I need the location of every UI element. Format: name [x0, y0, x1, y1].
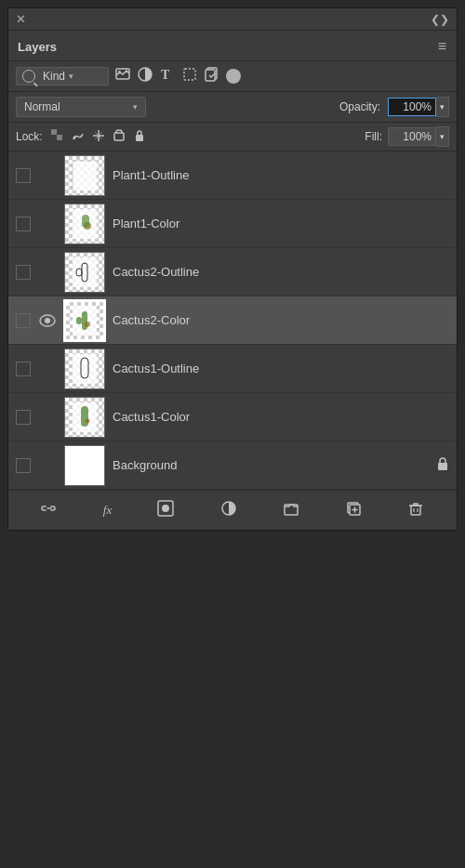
svg-rect-41 — [411, 506, 420, 515]
window-bar: ✕ ❮❯ — [8, 8, 457, 31]
window-close-icon[interactable]: ✕ — [16, 12, 26, 26]
layer-thumbnail — [64, 252, 105, 293]
svg-rect-29 — [73, 354, 97, 384]
kind-toolbar: Kind ▾ T — [8, 61, 457, 92]
lock-row: Lock: — [8, 123, 457, 151]
svg-rect-12 — [114, 133, 124, 140]
new-layer-icon[interactable] — [341, 496, 365, 524]
layer-thumbnail — [64, 155, 105, 196]
panel-title: Layers — [18, 40, 57, 54]
group-layers-icon[interactable] — [279, 496, 303, 524]
bottom-bar: fx — [8, 490, 457, 530]
layer-visibility-toggle[interactable] — [38, 408, 57, 427]
svg-text:T: T — [161, 68, 170, 82]
layer-thumbnail — [64, 397, 105, 438]
svg-rect-32 — [81, 406, 88, 427]
svg-rect-4 — [184, 69, 195, 80]
layer-thumbnail — [64, 204, 105, 244]
layer-name: Background — [113, 458, 177, 472]
layer-item-background[interactable]: Background — [8, 441, 457, 490]
layer-name: Plant1-Outline — [113, 168, 189, 182]
layer-name: Cactus1-Color — [113, 410, 190, 424]
fill-control: ▾ — [388, 126, 449, 147]
layer-checkbox[interactable] — [16, 410, 31, 425]
layer-thumbnail — [64, 300, 105, 341]
lock-position-icon[interactable] — [91, 128, 106, 146]
type-icon[interactable]: T — [159, 66, 176, 86]
delete-layer-icon[interactable] — [404, 496, 428, 524]
layer-item[interactable]: Plant1-Color — [8, 200, 457, 248]
opacity-label: Opacity: — [339, 100, 380, 113]
svg-point-33 — [86, 418, 90, 423]
fx-icon[interactable]: fx — [100, 499, 115, 521]
svg-rect-27 — [76, 317, 82, 324]
layer-name: Plant1-Color — [113, 217, 179, 230]
fill-input[interactable] — [388, 127, 436, 146]
panel-header: Layers ≡ — [8, 31, 457, 61]
lock-transparency-icon[interactable] — [50, 128, 65, 146]
svg-rect-10 — [57, 135, 62, 140]
layer-thumbnail — [64, 349, 105, 389]
svg-rect-34 — [438, 463, 447, 470]
opacity-input[interactable] — [388, 98, 436, 116]
opacity-dropdown-arrow[interactable]: ▾ — [436, 97, 449, 117]
layer-checkbox[interactable] — [16, 313, 31, 328]
lock-image-pixels-icon[interactable] — [71, 128, 86, 146]
layer-checkbox[interactable] — [16, 362, 31, 376]
adjustment-layer-icon[interactable] — [217, 496, 241, 524]
kind-label: Kind — [43, 70, 65, 83]
panel-menu-icon[interactable]: ≡ — [438, 38, 447, 55]
fill-dropdown-arrow[interactable]: ▾ — [436, 126, 449, 147]
layer-visibility-toggle[interactable] — [38, 263, 57, 282]
layer-item-active[interactable]: Cactus2-Color — [8, 296, 457, 345]
kind-dropdown-arrow: ▾ — [69, 72, 73, 81]
blend-mode-dropdown[interactable]: Normal ▾ — [16, 97, 146, 117]
search-icon — [22, 70, 35, 83]
layer-name: Cactus1-Outline — [113, 362, 199, 375]
opacity-control: ▾ — [388, 97, 449, 117]
image-icon[interactable] — [114, 66, 131, 86]
layer-name: Cactus2-Color — [113, 313, 190, 327]
layer-item[interactable]: Plant1-Outline — [8, 151, 457, 200]
svg-rect-8 — [57, 129, 62, 135]
layers-panel: ✕ ❮❯ Layers ≡ Kind ▾ — [7, 7, 458, 531]
layers-list: Plant1-Outline Plant1-Color — [8, 151, 457, 490]
svg-rect-14 — [73, 161, 97, 191]
svg-rect-9 — [51, 135, 57, 140]
window-arrows-icon[interactable]: ❮❯ — [431, 13, 449, 26]
svg-rect-26 — [82, 311, 87, 330]
svg-point-1 — [118, 71, 121, 73]
svg-point-11 — [73, 136, 75, 138]
layer-visibility-toggle[interactable] — [38, 215, 57, 233]
shape-icon[interactable] — [181, 66, 198, 86]
layer-item[interactable]: Cactus1-Outline — [8, 345, 457, 393]
layer-checkbox[interactable] — [16, 265, 31, 280]
svg-point-24 — [45, 318, 50, 323]
fx-label: fx — [103, 503, 112, 517]
lock-all-icon[interactable] — [132, 128, 147, 146]
kind-dropdown[interactable]: Kind ▾ — [16, 67, 109, 85]
layer-checkbox[interactable] — [16, 458, 31, 473]
filter-circle[interactable] — [226, 69, 241, 84]
adjustment-icon[interactable] — [137, 66, 153, 86]
layer-checkbox[interactable] — [16, 168, 31, 183]
layer-visibility-toggle[interactable] — [38, 311, 57, 330]
layer-item[interactable]: Cactus1-Color — [8, 393, 457, 441]
layer-visibility-toggle[interactable] — [38, 166, 57, 185]
lock-label: Lock: — [16, 130, 43, 143]
layer-item[interactable]: Cactus2-Outline — [8, 248, 457, 296]
add-mask-icon[interactable] — [153, 496, 178, 524]
layer-visibility-toggle[interactable] — [38, 456, 57, 475]
svg-point-36 — [162, 505, 169, 512]
blend-mode-label: Normal — [24, 100, 129, 113]
layer-name: Cactus2-Outline — [113, 265, 199, 279]
lock-artboard-icon[interactable] — [112, 128, 126, 146]
link-layers-icon[interactable] — [37, 496, 61, 524]
fill-label: Fill: — [365, 130, 382, 143]
blend-mode-arrow: ▾ — [133, 102, 138, 112]
layer-checkbox[interactable] — [16, 217, 31, 231]
smart-object-icon[interactable] — [204, 66, 220, 86]
svg-rect-7 — [51, 129, 57, 135]
layer-visibility-toggle[interactable] — [38, 360, 57, 378]
svg-point-28 — [85, 322, 90, 327]
